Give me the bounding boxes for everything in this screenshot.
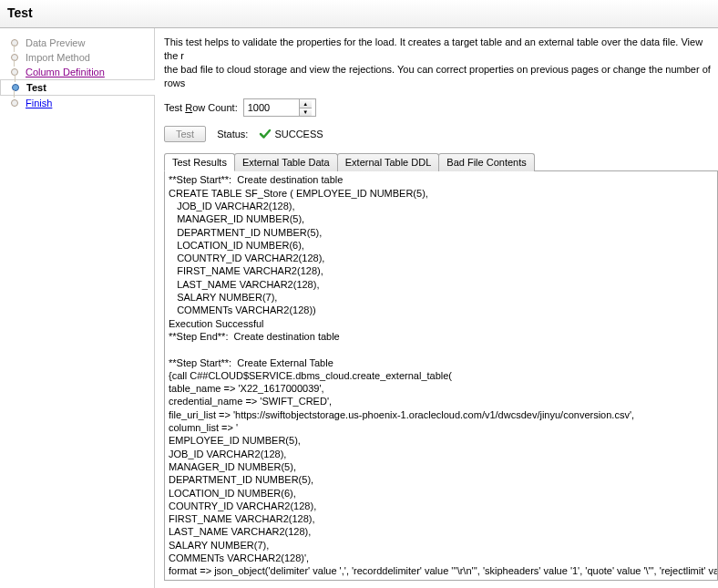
tab-bad-file-contents[interactable]: Bad File Contents xyxy=(438,153,534,171)
row-count-spinner[interactable]: ▲ ▼ xyxy=(243,98,316,117)
sidebar-item-label[interactable]: Finish xyxy=(26,98,52,108)
results-tabs: Test Results External Table Data Externa… xyxy=(164,153,718,171)
sidebar-item-label[interactable]: Column Definition xyxy=(26,67,105,77)
sidebar-item-label: Import Method xyxy=(26,52,90,63)
status-label: Status: xyxy=(217,129,248,139)
sidebar-item-import-method[interactable]: Import Method xyxy=(0,50,154,65)
test-button[interactable]: Test xyxy=(164,126,206,142)
wizard-sidebar: Data Preview Import Method Column Defini… xyxy=(0,28,155,588)
page-header: Test xyxy=(0,0,718,28)
tab-test-results[interactable]: Test Results xyxy=(164,153,235,171)
spinner-up-button[interactable]: ▲ xyxy=(300,99,312,108)
spinner-down-button[interactable]: ▼ xyxy=(300,108,312,117)
success-check-icon xyxy=(259,128,272,140)
tab-external-table-data[interactable]: External Table Data xyxy=(234,153,338,171)
sidebar-item-label: Test xyxy=(26,82,46,93)
status-value: SUCCESS xyxy=(259,128,323,140)
row-count-label: Test Row Count: xyxy=(164,102,238,113)
wizard-step-icon xyxy=(7,54,22,61)
sidebar-item-finish[interactable]: Finish xyxy=(0,96,154,110)
row-count-input[interactable] xyxy=(244,99,299,116)
page-title: Test xyxy=(7,5,711,20)
sidebar-item-label: Data Preview xyxy=(26,37,85,48)
sidebar-item-column-definition[interactable]: Column Definition xyxy=(0,65,154,79)
intro-text: This test helps to validate the properti… xyxy=(164,36,718,89)
wizard-step-icon xyxy=(7,39,22,46)
wizard-step-icon xyxy=(8,84,23,91)
sidebar-item-data-preview[interactable]: Data Preview xyxy=(0,36,154,50)
wizard-step-icon xyxy=(7,99,22,107)
sidebar-item-test[interactable]: Test xyxy=(0,79,155,96)
tab-external-table-ddl[interactable]: External Table DDL xyxy=(337,153,440,171)
test-results-output[interactable]: **Step Start**: Create destination table… xyxy=(164,171,718,581)
